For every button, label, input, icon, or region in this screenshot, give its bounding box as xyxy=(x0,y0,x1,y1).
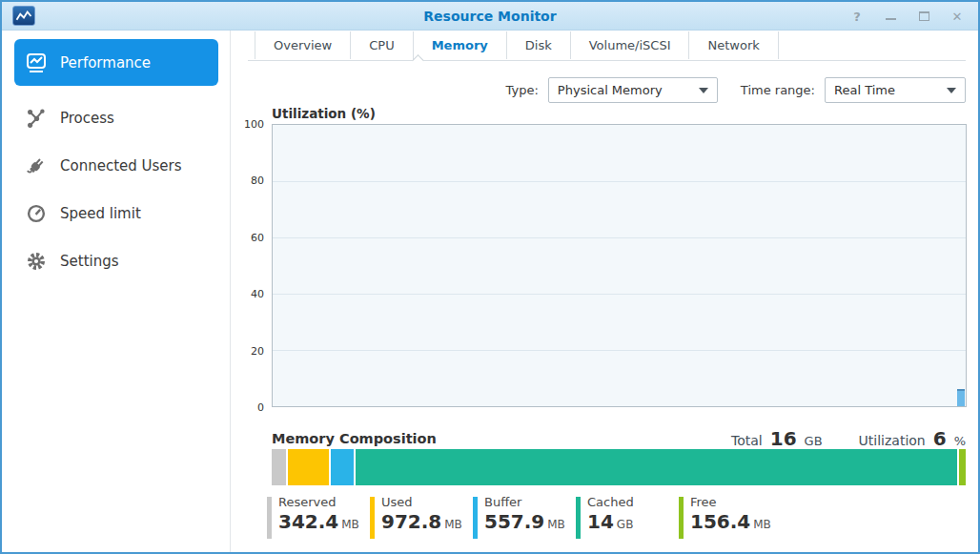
composition-title: Memory Composition xyxy=(272,431,437,446)
y-tick-label: 80 xyxy=(251,174,264,187)
tab-cpu[interactable]: CPU xyxy=(350,31,412,59)
legend-color-chip xyxy=(679,497,684,539)
composition-bar xyxy=(272,449,966,485)
type-dropdown[interactable]: Physical Memory xyxy=(548,77,718,103)
legend-value: 156.4MB xyxy=(690,510,771,533)
y-axis-ticks: 020406080100 xyxy=(239,124,268,407)
legend-value: 972.8MB xyxy=(381,510,462,533)
legend-unit: MB xyxy=(753,518,771,531)
legend-text: Cached14GB xyxy=(587,495,634,539)
legend-color-chip xyxy=(576,497,581,539)
help-button[interactable]: ? xyxy=(849,9,865,24)
composition-segment-reserved xyxy=(272,449,286,485)
composition-segment-cached xyxy=(356,449,957,485)
chevron-down-icon xyxy=(947,88,956,93)
minimize-icon xyxy=(886,18,896,20)
legend-color-chip xyxy=(473,497,478,539)
process-icon xyxy=(25,107,48,130)
plug-icon xyxy=(25,154,48,177)
gear-icon xyxy=(25,250,48,273)
legend-item-cached: Cached14GB xyxy=(576,495,679,539)
utilization-label: Utilization xyxy=(859,433,926,448)
composition-segment-used xyxy=(288,449,329,485)
performance-icon xyxy=(25,51,48,74)
sidebar-item-performance[interactable]: Performance xyxy=(14,39,218,86)
y-tick-label: 20 xyxy=(251,344,264,357)
total-value: 16 xyxy=(770,427,797,450)
sidebar-item-label: Process xyxy=(60,110,114,127)
realtime-bar xyxy=(957,389,965,406)
legend-value: 342.4MB xyxy=(278,510,359,533)
sidebar-item-label: Speed limit xyxy=(60,205,141,222)
utilization-plot xyxy=(272,124,967,407)
tab-memory[interactable]: Memory xyxy=(413,31,506,59)
sidebar-item-label: Performance xyxy=(60,54,151,72)
legend-label: Buffer xyxy=(484,495,565,509)
resource-monitor-window: Resource Monitor ? ✕ Performance xyxy=(0,0,980,554)
legend-color-chip xyxy=(267,497,272,539)
maximize-button[interactable] xyxy=(916,9,931,24)
tab-bar: Overview CPU Memory Disk Volume/iSCSI Ne… xyxy=(255,31,779,60)
gridline xyxy=(273,237,966,238)
tab-volume-iscsi[interactable]: Volume/iSCSI xyxy=(570,31,689,59)
composition-header: Memory Composition Total 16 GB Utilizati… xyxy=(272,427,966,450)
utilization-unit: % xyxy=(954,434,966,448)
legend-text: Reserved342.4MB xyxy=(278,495,359,539)
sidebar-item-settings[interactable]: Settings xyxy=(2,237,230,285)
total-label: Total xyxy=(731,433,763,448)
y-tick-label: 40 xyxy=(251,288,264,300)
time-range-dropdown-value: Real Time xyxy=(834,83,895,97)
legend-item-reserved: Reserved342.4MB xyxy=(267,495,370,539)
legend-unit: GB xyxy=(617,518,634,531)
speedometer-icon xyxy=(25,202,48,225)
legend-text: Buffer557.9MB xyxy=(484,495,565,539)
legend-unit: MB xyxy=(444,518,462,531)
y-tick-label: 100 xyxy=(244,118,264,131)
tab-overview[interactable]: Overview xyxy=(255,31,350,59)
legend-value: 14GB xyxy=(587,510,634,533)
legend-label: Used xyxy=(381,495,462,509)
chevron-down-icon xyxy=(699,88,708,93)
composition-legend: Reserved342.4MBUsed972.8MBBuffer557.9MBC… xyxy=(267,495,782,539)
legend-label: Reserved xyxy=(278,495,359,509)
y-tick-label: 0 xyxy=(257,401,264,414)
tab-network[interactable]: Network xyxy=(688,31,778,59)
type-label: Type: xyxy=(506,83,539,97)
gridline xyxy=(273,181,966,182)
window-title: Resource Monitor xyxy=(2,2,978,31)
composition-segment-buffer xyxy=(331,449,355,485)
sidebar-item-label: Settings xyxy=(60,253,119,270)
tab-disk[interactable]: Disk xyxy=(506,31,570,59)
sidebar-item-speed-limit[interactable]: Speed limit xyxy=(2,190,230,237)
utilization-value: 6 xyxy=(933,427,947,450)
time-range-dropdown[interactable]: Real Time xyxy=(825,77,966,103)
gridline xyxy=(273,294,966,295)
legend-value: 557.9MB xyxy=(484,510,565,533)
window-controls: ? ✕ xyxy=(849,2,965,31)
minimize-button[interactable] xyxy=(883,9,898,24)
sidebar-item-label: Connected Users xyxy=(60,157,182,174)
legend-label: Free xyxy=(690,495,771,509)
legend-item-free: Free156.4MB xyxy=(679,495,782,539)
time-range-label: Time range: xyxy=(741,83,815,97)
close-button[interactable]: ✕ xyxy=(949,9,965,24)
legend-unit: MB xyxy=(547,518,565,531)
sidebar-item-connected-users[interactable]: Connected Users xyxy=(2,142,230,190)
tab-underline xyxy=(248,60,966,61)
maximize-icon xyxy=(919,11,929,21)
legend-item-buffer: Buffer557.9MB xyxy=(473,495,576,539)
type-dropdown-value: Physical Memory xyxy=(558,83,663,97)
sidebar-item-process[interactable]: Process xyxy=(2,94,230,142)
composition-segment-free xyxy=(959,449,966,485)
filter-row: Type: Physical Memory Time range: Real T… xyxy=(231,77,966,103)
legend-text: Free156.4MB xyxy=(690,495,771,539)
sidebar: Performance Process xyxy=(2,31,230,552)
utilization-chart-title: Utilization (%) xyxy=(272,106,376,121)
y-tick-label: 60 xyxy=(251,231,264,243)
legend-item-used: Used972.8MB xyxy=(370,495,473,539)
title-bar: Resource Monitor ? ✕ xyxy=(2,2,978,31)
main-content: Overview CPU Memory Disk Volume/iSCSI Ne… xyxy=(231,31,978,552)
legend-unit: MB xyxy=(341,518,359,531)
legend-label: Cached xyxy=(587,495,634,509)
total-unit: GB xyxy=(805,434,823,448)
